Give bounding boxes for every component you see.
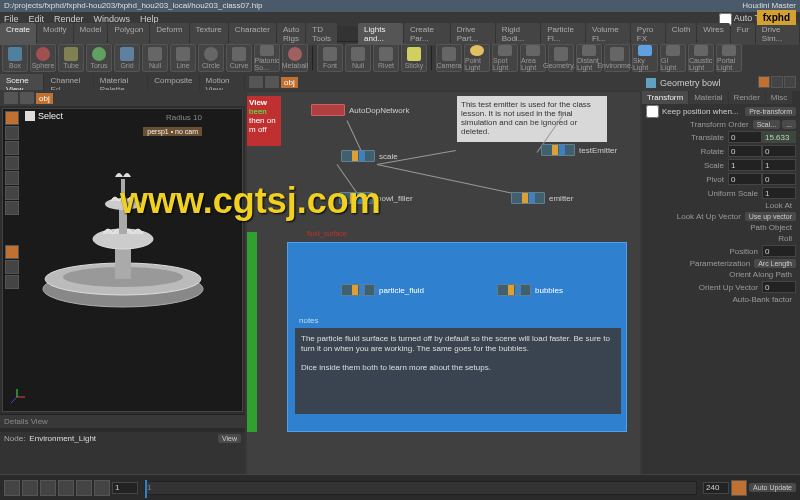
sticky-note-emitter[interactable]: This test emitter is used for the class … [457, 96, 607, 142]
node-emitter[interactable]: emitter [511, 192, 573, 204]
playbar-first-icon[interactable] [4, 480, 20, 496]
pivot-y[interactable] [762, 173, 796, 185]
playbar-key-icon[interactable] [731, 480, 747, 496]
tool-spotlight[interactable]: Spot Light [492, 44, 518, 72]
rot-order-dropdown[interactable]: ... [782, 120, 796, 129]
node-autodop[interactable]: AutoDopNetwork [311, 104, 409, 116]
tool-skylight[interactable]: Sky Light [632, 44, 658, 72]
node-name-value[interactable]: Environment_Light [29, 434, 96, 443]
tool-envlight[interactable]: Environme... [604, 44, 630, 72]
tab-motionview[interactable]: Motion View [200, 74, 244, 90]
tool-circle[interactable]: Circle [198, 44, 224, 72]
node-bowl-filler[interactable]: bowl_filler [339, 192, 413, 204]
scale-y[interactable] [762, 159, 796, 171]
tool-line[interactable]: Line [170, 44, 196, 72]
notes-sticky[interactable]: The particle fluid surface is turned off… [295, 328, 621, 414]
nav-back-icon[interactable] [4, 92, 18, 104]
frame-end-input[interactable] [703, 482, 729, 494]
playbar-play-back-icon[interactable] [40, 480, 56, 496]
transform-order-dropdown[interactable]: Scal... [753, 120, 780, 129]
tab-material[interactable]: Material [689, 91, 727, 104]
node-bubbles[interactable]: bubbles [497, 284, 563, 296]
shelf-tab-pyro[interactable]: Pyro FX [631, 23, 665, 45]
rotate-x[interactable] [728, 145, 762, 157]
shelf-tab-create[interactable]: Create [0, 23, 36, 45]
tab-sceneview[interactable]: Scene View [0, 74, 43, 90]
vp-tool-7[interactable] [5, 201, 19, 215]
vp-tool-8[interactable] [5, 260, 19, 274]
keep-pos-checkbox[interactable] [646, 105, 659, 118]
frame-start-input[interactable] [112, 482, 138, 494]
node-scale[interactable]: scale [341, 150, 398, 162]
shelf-tab-lights[interactable]: Lights and... [358, 23, 403, 45]
shelf-tab-volumefl[interactable]: Volume Fl... [586, 23, 630, 45]
tool-rivet[interactable]: Rivet [373, 44, 399, 72]
orient-up-val[interactable] [762, 281, 796, 293]
tab-transform[interactable]: Transform [642, 91, 688, 104]
shelf-tab-wires[interactable]: Wires [697, 23, 729, 45]
param-pin-icon[interactable] [758, 76, 770, 88]
tool-gilight[interactable]: GI Light [660, 44, 686, 72]
tool-box[interactable]: Box [2, 44, 28, 72]
shelf-tab-deform[interactable]: Deform [150, 23, 188, 45]
translate-y[interactable] [762, 131, 796, 143]
tool-portallight[interactable]: Portal Light [716, 44, 742, 72]
tab-composite[interactable]: Composite ... [148, 74, 198, 90]
tool-platonic[interactable]: Platonic So... [254, 44, 280, 72]
tool-sphere[interactable]: Sphere [30, 44, 56, 72]
tool-torus[interactable]: Torus [86, 44, 112, 72]
scene-viewport[interactable]: Select Radius 10 persp1 • no cam [2, 108, 243, 412]
details-tab[interactable]: Details View [0, 415, 245, 428]
nav-fwd-icon[interactable] [20, 92, 34, 104]
net-nav-back-icon[interactable] [249, 76, 263, 88]
view-sticky-block[interactable]: View been then on m off [247, 96, 281, 146]
shelf-tab-character[interactable]: Character [229, 23, 276, 45]
tool-camera[interactable]: Camera [436, 44, 462, 72]
parameterization-dropdown[interactable]: Arc Length [754, 259, 796, 268]
tool-curve[interactable]: Curve [226, 44, 252, 72]
lookat-up-dropdown[interactable]: Use up vector [745, 212, 796, 221]
rotate-y[interactable] [762, 145, 796, 157]
playbar-play-icon[interactable] [58, 480, 74, 496]
shelf-tab-polygon[interactable]: Polygon [108, 23, 149, 45]
detail-view-button[interactable]: View [218, 434, 241, 443]
uniform-scale[interactable] [762, 187, 796, 199]
shelf-tab-autorig[interactable]: Auto Rigs [277, 23, 305, 45]
path-obj-label[interactable]: obj [36, 93, 53, 104]
vp-tool-cursor[interactable] [5, 245, 19, 259]
vp-tool-9[interactable] [5, 275, 19, 289]
playbar-next-icon[interactable] [76, 480, 92, 496]
shelf-tab-rigid[interactable]: Rigid Bodi... [496, 23, 541, 45]
shelf-tab-createpar[interactable]: Create Par... [404, 23, 450, 45]
net-nav-fwd-icon[interactable] [265, 76, 279, 88]
tool-geomlight[interactable]: Geometry... [548, 44, 574, 72]
tool-tube[interactable]: Tube [58, 44, 84, 72]
network-editor[interactable]: View been then on m off This test emitte… [247, 92, 640, 482]
param-help-icon[interactable] [771, 76, 783, 88]
tab-matpalette[interactable]: Material Palette [94, 74, 148, 90]
shelf-tab-tdtools[interactable]: TD Tools [306, 23, 337, 45]
param-gear-icon[interactable] [784, 76, 796, 88]
pre-transform-button[interactable]: Pre-transform [745, 107, 796, 116]
pivot-x[interactable] [728, 173, 762, 185]
shelf-tab-cloth[interactable]: Cloth [666, 23, 697, 45]
shelf-tab-texture[interactable]: Texture [190, 23, 228, 45]
position-val[interactable] [762, 245, 796, 257]
shelf-tab-fur[interactable]: Fur [731, 23, 755, 45]
node-test-emitter[interactable]: testEmitter [541, 144, 617, 156]
tab-render[interactable]: Render [729, 91, 765, 104]
timeline-track[interactable]: 1 [144, 481, 697, 495]
shelf-tab-drivepart[interactable]: Drive Part... [451, 23, 495, 45]
tool-null-geo[interactable]: Null [142, 44, 168, 72]
translate-x[interactable] [728, 131, 762, 143]
tool-pointlight[interactable]: Point Light [464, 44, 490, 72]
tool-causticlight[interactable]: Caustic Light [688, 44, 714, 72]
tool-metaball[interactable]: Metaball [282, 44, 308, 72]
node-particle-fluid[interactable]: particle_fluid [341, 284, 424, 296]
playbar-prev-icon[interactable] [22, 480, 38, 496]
shelf-tab-drivesim[interactable]: Drive Sim... [756, 23, 799, 45]
vp-tool-5[interactable] [5, 171, 19, 185]
shelf-tab-model[interactable]: Model [74, 23, 108, 45]
geom-title[interactable]: Geometry bowl [660, 78, 721, 88]
scale-x[interactable] [728, 159, 762, 171]
